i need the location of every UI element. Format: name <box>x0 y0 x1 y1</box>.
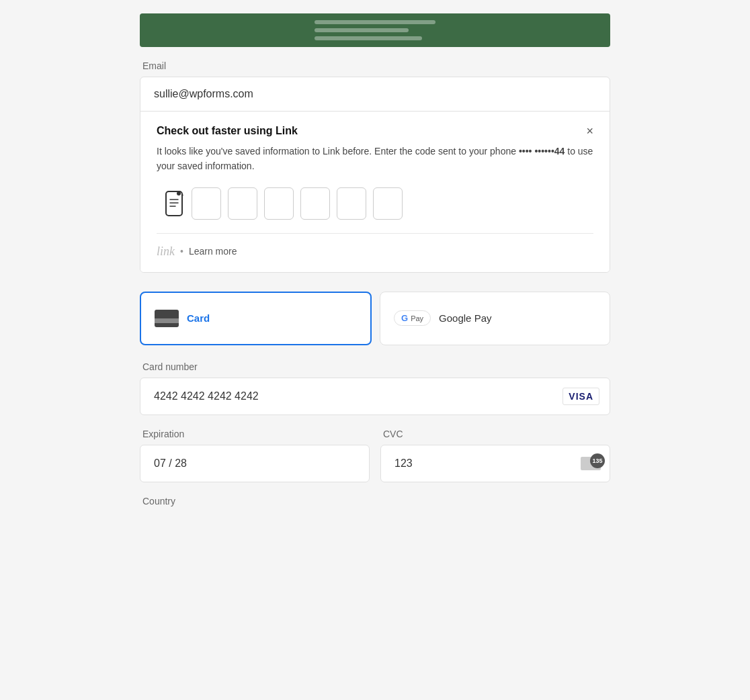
credit-card-icon <box>155 310 179 327</box>
email-value[interactable]: sullie@wpforms.com <box>140 77 610 112</box>
cvc-icon: 135 <box>581 457 601 470</box>
google-pay-badge: G Pay <box>394 310 431 326</box>
otp-input-6[interactable] <box>373 187 403 220</box>
link-banner-text: It looks like you've saved information t… <box>157 144 593 174</box>
otp-row <box>157 187 593 220</box>
card-number-field-group: Card number VISA <box>140 361 610 415</box>
link-close-button[interactable]: × <box>586 125 593 137</box>
gpay-tab-label: Google Pay <box>439 312 491 324</box>
link-banner: Check out faster using Link × It looks l… <box>140 112 610 272</box>
expiry-cvc-row: Expiration CVC 135 <box>140 429 610 496</box>
expiration-field-group: Expiration <box>140 429 370 482</box>
payment-tab-google-pay[interactable]: G Pay Google Pay <box>380 292 610 345</box>
gpay-tab-content: Google Pay <box>439 312 491 324</box>
blur-line-3 <box>315 36 422 40</box>
otp-input-1[interactable] <box>192 187 221 220</box>
visa-badge: VISA <box>562 388 599 405</box>
cvc-field-group: CVC 135 <box>380 429 610 482</box>
google-pay-icon: G <box>401 313 408 323</box>
link-banner-header: Check out faster using Link × <box>157 125 593 137</box>
link-banner-title: Check out faster using Link <box>157 125 298 137</box>
link-footer: link • Learn more <box>157 233 593 259</box>
card-tab-content: Card <box>187 312 210 324</box>
card-number-label: Card number <box>140 361 610 372</box>
cvc-hint-badge: 135 <box>590 453 605 468</box>
country-label: Country <box>140 496 610 507</box>
otp-input-4[interactable] <box>300 187 330 220</box>
otp-input-5[interactable] <box>337 187 366 220</box>
blur-lines <box>315 20 435 40</box>
top-header-blur <box>140 13 610 47</box>
card-tab-label: Card <box>187 312 210 324</box>
blur-line-2 <box>315 28 409 32</box>
otp-input-2[interactable] <box>228 187 257 220</box>
email-field-group: Email sullie@wpforms.com Check out faste… <box>140 60 610 273</box>
link-phone-mask: •••• ••••••44 <box>519 146 565 157</box>
link-learn-more-button[interactable]: Learn more <box>189 246 237 257</box>
otp-input-3[interactable] <box>264 187 294 220</box>
card-icon-wrapper <box>155 310 179 327</box>
link-desc-part1: It looks like you've saved information t… <box>157 146 519 157</box>
link-footer-dot: • <box>180 246 183 257</box>
email-container: sullie@wpforms.com Check out faster usin… <box>140 77 610 273</box>
svg-point-1 <box>177 191 181 195</box>
payment-tabs: Card G Pay Google Pay <box>140 292 610 345</box>
payment-tab-card[interactable]: Card <box>140 292 372 345</box>
cvc-card-wrapper: 135 <box>581 457 601 470</box>
expiration-input[interactable] <box>140 445 370 482</box>
page-container: Email sullie@wpforms.com Check out faste… <box>0 0 750 700</box>
phone-icon <box>163 190 185 217</box>
form-wrapper: Email sullie@wpforms.com Check out faste… <box>140 0 610 700</box>
blur-line-1 <box>315 20 435 24</box>
expiration-label: Expiration <box>140 429 370 439</box>
cvc-wrapper: 135 <box>380 445 610 482</box>
link-logo: link <box>157 245 175 259</box>
email-label: Email <box>140 60 610 71</box>
card-number-wrapper: VISA <box>140 378 610 415</box>
country-field-group: Country <box>140 496 610 507</box>
card-number-input[interactable] <box>140 378 610 415</box>
cvc-label: CVC <box>380 429 610 439</box>
gpay-text: Pay <box>411 314 423 322</box>
cvc-input[interactable] <box>380 445 610 482</box>
